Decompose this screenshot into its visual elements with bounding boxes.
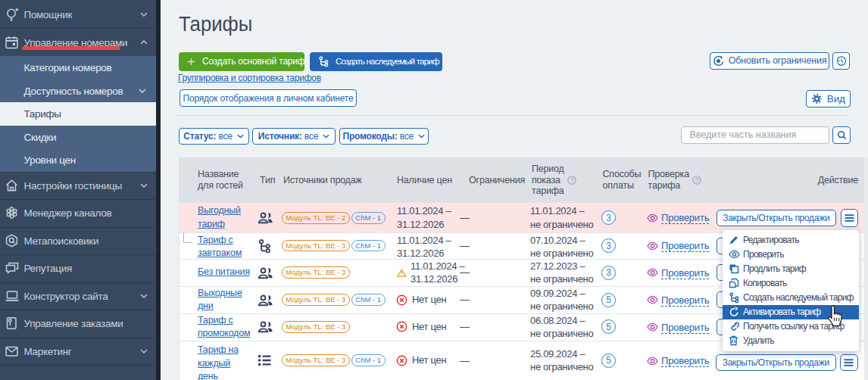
svg-text:?: ? xyxy=(695,176,699,183)
svg-text:?: ? xyxy=(570,176,574,183)
